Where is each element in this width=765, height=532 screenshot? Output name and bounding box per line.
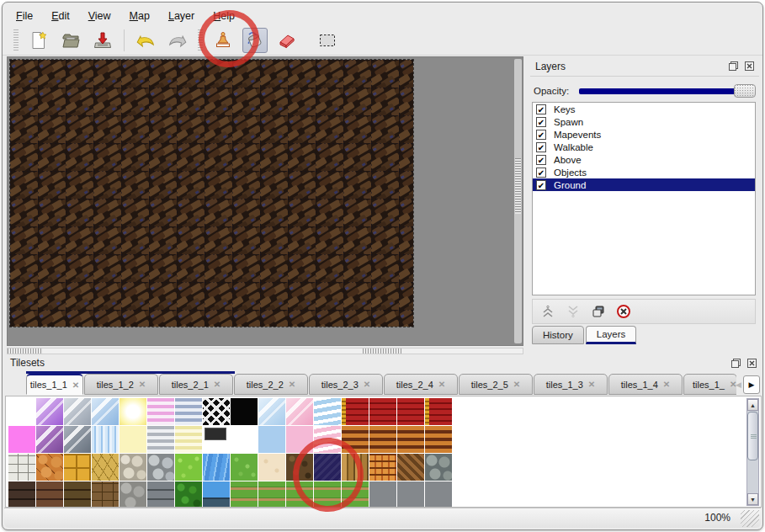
layer-row[interactable]: ✔ Objects bbox=[533, 166, 755, 178]
tileset-tab[interactable]: tiles_2_2 ✕ bbox=[234, 374, 308, 395]
delete-layer-button[interactable] bbox=[615, 303, 632, 320]
tile-empty[interactable] bbox=[8, 398, 35, 425]
tab-close-icon[interactable]: ✕ bbox=[588, 380, 595, 389]
tab-close-icon[interactable]: ✕ bbox=[663, 380, 670, 389]
undo-button[interactable] bbox=[133, 28, 158, 53]
splitter-grip[interactable] bbox=[8, 348, 43, 354]
layer-visibility-checkbox[interactable]: ✔ bbox=[536, 130, 546, 140]
tile-sand[interactable] bbox=[258, 454, 285, 481]
map-horizontal-scrollbar-thumb[interactable] bbox=[363, 348, 401, 354]
tile-pebbles-light[interactable] bbox=[120, 454, 146, 481]
tileset-tab[interactable]: tiles_1_3 ✕ bbox=[534, 374, 608, 395]
tile-grass-path[interactable] bbox=[314, 481, 341, 508]
tile-grass-bright[interactable] bbox=[175, 454, 202, 481]
tile-water-wall[interactable] bbox=[203, 481, 230, 508]
float-panel-icon[interactable] bbox=[727, 60, 740, 72]
tileset-tab[interactable]: tiles_1_4 ✕ bbox=[608, 374, 683, 395]
tile-curtain-red[interactable] bbox=[397, 398, 424, 425]
panel-tab[interactable]: Layers bbox=[586, 326, 637, 344]
tile-magenta[interactable] bbox=[8, 426, 35, 453]
tab-close-icon[interactable]: ✕ bbox=[289, 380, 295, 389]
tab-scroll-left-icon[interactable]: ◀ bbox=[736, 380, 741, 389]
palette-scrollbar-thumb[interactable] bbox=[747, 412, 758, 460]
tile-glass-gray-dark[interactable] bbox=[64, 426, 91, 453]
tile-pink[interactable] bbox=[286, 426, 313, 453]
tile-pebbles-dark[interactable] bbox=[120, 481, 146, 508]
map-vertical-scrollbar[interactable] bbox=[514, 59, 522, 343]
layer-visibility-checkbox[interactable]: ✔ bbox=[536, 142, 546, 152]
tile-curtain-red[interactable] bbox=[369, 398, 396, 425]
tab-close-icon[interactable]: ✕ bbox=[438, 380, 445, 389]
tile-stone-yellow[interactable] bbox=[92, 454, 119, 481]
tile-brick-tan[interactable] bbox=[64, 481, 91, 508]
tile-herringbone[interactable] bbox=[397, 454, 424, 481]
panel-tab[interactable]: History bbox=[532, 326, 584, 344]
tile-glass-lightblue[interactable] bbox=[258, 398, 285, 425]
layer-visibility-checkbox[interactable]: ✔ bbox=[536, 180, 546, 190]
tile-brick-brown[interactable] bbox=[36, 481, 63, 508]
tile-grass-path[interactable] bbox=[342, 481, 369, 508]
tile-glass-gray[interactable] bbox=[64, 398, 91, 425]
resize-grip[interactable] bbox=[741, 510, 759, 527]
tile-plaque[interactable] bbox=[203, 426, 230, 453]
layer-row[interactable]: ✔ Spawn bbox=[533, 115, 755, 128]
tab-close-icon[interactable]: ✕ bbox=[513, 380, 520, 389]
move-layer-up-button[interactable] bbox=[539, 303, 556, 320]
tile-brick-graylight[interactable] bbox=[397, 481, 424, 508]
tile-dirt[interactable] bbox=[286, 454, 313, 481]
map-horizontal-scrollbar[interactable] bbox=[7, 348, 523, 354]
tile-lattice[interactable] bbox=[203, 398, 230, 425]
tab-close-icon[interactable]: ✕ bbox=[72, 380, 79, 390]
duplicate-layer-button[interactable] bbox=[590, 303, 607, 320]
menu-item[interactable]: Layer bbox=[162, 8, 201, 24]
tile-glass-blue[interactable] bbox=[92, 398, 119, 425]
tile-empty[interactable] bbox=[231, 426, 258, 453]
tile-carpet-orange[interactable] bbox=[397, 426, 424, 453]
tileset-tab[interactable]: tiles_2_5 ✕ bbox=[459, 374, 533, 395]
close-panel-icon[interactable] bbox=[743, 60, 756, 72]
redo-button[interactable] bbox=[165, 28, 190, 53]
tileset-tab[interactable]: tiles_2_4 ✕ bbox=[384, 374, 458, 395]
new-map-button[interactable] bbox=[26, 28, 51, 53]
tile-gold[interactable] bbox=[64, 454, 91, 481]
fill-tool-button[interactable] bbox=[242, 28, 268, 53]
float-panel-icon[interactable] bbox=[730, 357, 742, 370]
tab-scroll-right-button[interactable]: ▶ bbox=[743, 375, 760, 394]
tileset-tab[interactable]: tiles_2_3 ✕ bbox=[309, 374, 383, 395]
scroll-up-button[interactable]: ▲ bbox=[747, 399, 758, 411]
menu-item[interactable]: File bbox=[9, 8, 40, 24]
stamp-tool-button[interactable] bbox=[210, 28, 236, 53]
tile-stripes-pink[interactable] bbox=[147, 398, 174, 425]
move-layer-down-button[interactable] bbox=[565, 303, 582, 320]
menu-item[interactable]: Help bbox=[206, 8, 242, 24]
tile-navy-circled[interactable] bbox=[314, 454, 341, 481]
menu-item[interactable]: Map bbox=[123, 8, 157, 24]
tab-close-icon[interactable]: ✕ bbox=[139, 380, 146, 389]
tile-carpet-orange[interactable] bbox=[425, 426, 452, 453]
tile-pale-yellow[interactable] bbox=[120, 426, 146, 453]
tile-glass-pink[interactable] bbox=[286, 398, 313, 425]
map-canvas[interactable] bbox=[10, 60, 413, 327]
tile-curtain-red-gold[interactable] bbox=[425, 398, 452, 425]
tile-glass-purple[interactable] bbox=[36, 398, 63, 425]
tile-grass-path[interactable] bbox=[231, 481, 258, 508]
tile-brick-gray[interactable] bbox=[147, 481, 174, 508]
tile-brick-darkbrown[interactable] bbox=[8, 481, 35, 508]
tileset-tab[interactable]: tiles_1_2 ✕ bbox=[84, 374, 158, 395]
tile-blue[interactable] bbox=[258, 426, 285, 453]
layer-row[interactable]: ✔ Mapevents bbox=[533, 128, 755, 141]
layer-visibility-checkbox[interactable]: ✔ bbox=[536, 168, 546, 178]
tile-brick-graylight[interactable] bbox=[425, 481, 452, 508]
layer-row[interactable]: ✔ Ground bbox=[533, 178, 755, 191]
tile-stripes-paleyellow[interactable] bbox=[175, 426, 202, 453]
tile-glass-purple-dark[interactable] bbox=[36, 426, 63, 453]
tile-grass-path[interactable] bbox=[258, 481, 285, 508]
opacity-slider[interactable] bbox=[577, 83, 756, 98]
tile-stone-brown[interactable] bbox=[92, 481, 119, 508]
menu-item[interactable]: View bbox=[82, 8, 118, 24]
rect-select-tool-button[interactable] bbox=[315, 28, 340, 53]
tileset-tab[interactable]: tiles_1_ ✕ bbox=[683, 374, 736, 395]
tile-ribbon-blue[interactable] bbox=[314, 398, 341, 425]
tile-stones-gray[interactable] bbox=[425, 454, 452, 481]
open-map-button[interactable] bbox=[58, 28, 83, 53]
